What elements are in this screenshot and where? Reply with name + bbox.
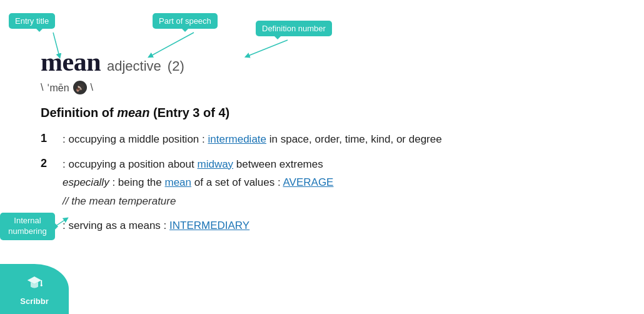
def-content-3: : serving as a means : INTERMEDIARY: [63, 218, 249, 234]
section-title-word: mean: [117, 106, 149, 119]
def-2-italic-comment: // the mean temperature: [63, 193, 333, 210]
def-2-sub: especially : being the mean of a set of …: [63, 175, 333, 191]
def-number-1: 1: [41, 131, 63, 145]
backslash-open: \: [41, 82, 43, 93]
def-2-link-midway[interactable]: midway: [197, 158, 233, 170]
entry-defnum: (2): [168, 58, 184, 74]
entry-pos: adjective: [107, 58, 161, 74]
scribbr-logo: Scribbr: [0, 264, 69, 314]
speaker-button[interactable]: [73, 81, 87, 94]
def-2-sub-text1: : being the: [109, 176, 165, 188]
def-1-link-intermediate[interactable]: intermediate: [208, 133, 266, 145]
def-2-text-before: : occupying a position about: [63, 158, 197, 170]
backslash-close: \: [91, 82, 93, 93]
scribbr-svg-icon: [25, 273, 44, 291]
def-content-1: : occupying a middle position : intermed…: [63, 131, 442, 148]
scribbr-icon: [25, 273, 44, 294]
phonetic-text: ˈmēn: [47, 82, 69, 94]
part-of-speech-annotation: Part of speech: [153, 13, 218, 29]
def-2-especially: especially: [63, 176, 109, 188]
def-2-text-after: between extremes: [233, 158, 323, 170]
pronunciation: \ ˈmēn \: [41, 81, 631, 94]
definition-section-title: Definition of mean (Entry 3 of 4): [41, 106, 631, 120]
definitions-list: 1 : occupying a middle position : interm…: [41, 131, 631, 234]
def-number-2: 2: [41, 156, 63, 170]
section-title-suffix: (Entry 3 of 4): [149, 106, 229, 119]
entry-title-annotation: Entry title: [9, 13, 55, 29]
internal-numbering-annotation: Internalnumbering: [0, 213, 55, 240]
definition-number-annotation: Definition number: [256, 21, 332, 36]
definition-item-2: 2 : occupying a position about midway be…: [41, 156, 631, 210]
def-3-link-intermediary[interactable]: INTERMEDIARY: [169, 220, 249, 231]
def-content-2: : occupying a position about midway betw…: [63, 156, 333, 210]
entry-heading: mean adjective (2): [41, 47, 631, 77]
section-title-prefix: Definition of: [41, 106, 117, 119]
definition-item-3: 3 : serving as a means : INTERMEDIARY: [41, 218, 631, 234]
def-2-link-mean[interactable]: mean: [165, 176, 192, 188]
def-1-text-before: : occupying a middle position :: [63, 133, 208, 145]
def-2-sub-text2: of a set of values :: [191, 176, 283, 188]
svg-point-5: [41, 284, 43, 286]
def-2-link-average[interactable]: AVERAGE: [283, 176, 334, 188]
main-content: mean adjective (2) \ ˈmēn \ Definition o…: [41, 47, 631, 243]
definition-item-1: 1 : occupying a middle position : interm…: [41, 131, 631, 148]
entry-word: mean: [41, 47, 101, 77]
scribbr-logo-text: Scribbr: [20, 296, 49, 306]
def-1-text-after: in space, order, time, kind, or degree: [266, 133, 442, 145]
def-3-text-before: : serving as a means :: [63, 220, 169, 231]
